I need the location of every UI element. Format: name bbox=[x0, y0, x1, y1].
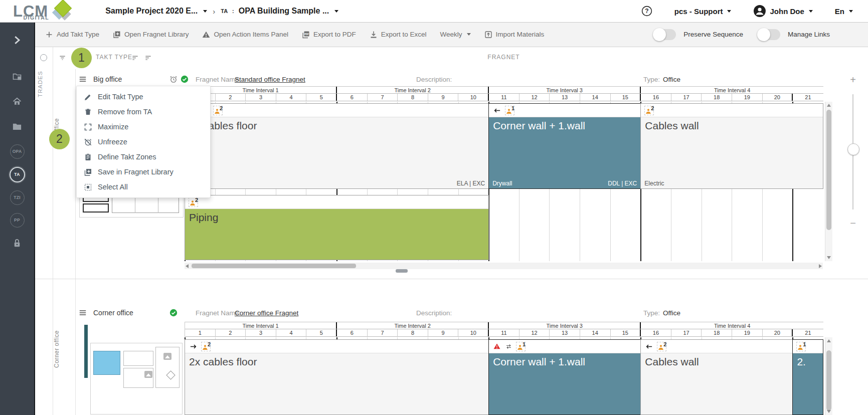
chevron-down-icon bbox=[727, 10, 731, 13]
sidebar-item-opa[interactable]: OPA bbox=[0, 142, 34, 160]
circle-badge-icon: TZI bbox=[10, 190, 25, 205]
day-cell: 8 bbox=[398, 329, 428, 336]
zoom-in-button[interactable]: + bbox=[848, 74, 858, 86]
toolbar-button-open-fragnet-library[interactable]: Open Fragnet Library bbox=[113, 31, 189, 39]
sidebar-item-documents[interactable] bbox=[0, 117, 34, 135]
lcm-logo[interactable]: LCM DIGITAL bbox=[13, 1, 74, 22]
sidebar-item-home[interactable] bbox=[0, 92, 34, 110]
takt-card-header: 2 bbox=[641, 104, 823, 117]
menu-item-select-all[interactable]: Select All bbox=[77, 179, 210, 194]
floor-plan-thumbnail[interactable] bbox=[84, 325, 183, 414]
takt-card-title: Corner wall + 1.wall bbox=[489, 117, 640, 134]
takt-card-2x-cables-floor[interactable]: 22x cables floorELA | EXC bbox=[185, 103, 489, 189]
scroll-thumb[interactable] bbox=[826, 110, 831, 230]
menu-item-remove-from-ta[interactable]: Remove from TA bbox=[77, 104, 210, 119]
clipboard-icon bbox=[84, 153, 92, 161]
takt-card-2x-cables-floor[interactable]: 22x cables floor bbox=[185, 339, 489, 415]
fragnet-name-link[interactable]: Corner office Fragnet bbox=[235, 307, 298, 319]
plus-icon bbox=[45, 31, 53, 39]
unfreeze-icon bbox=[84, 138, 92, 146]
takt-card-2[interactable]: 12. bbox=[792, 339, 823, 415]
scroll-left-arrow[interactable] bbox=[186, 264, 189, 268]
crew-count-badge: 2 bbox=[202, 343, 210, 350]
takt-card-corner-wall-1-wall[interactable]: 1Corner wall + 1.wall bbox=[488, 339, 641, 415]
scroll-right-arrow[interactable] bbox=[819, 264, 822, 268]
day-cell: 1 bbox=[185, 329, 216, 336]
user-menu[interactable]: John Doe bbox=[753, 5, 812, 18]
sort-icon[interactable] bbox=[144, 54, 152, 62]
menu-item-label: Maximize bbox=[98, 123, 128, 131]
trash-icon bbox=[84, 108, 92, 116]
day-cell: 21 bbox=[793, 329, 823, 336]
takt-menu-button[interactable] bbox=[79, 73, 89, 85]
card-trade-label: Electric bbox=[644, 180, 664, 187]
breadcrumb: Sample Project 2020 E... › TA : OPA Buil… bbox=[105, 7, 338, 16]
scroll-down-arrow[interactable] bbox=[827, 410, 831, 413]
vertical-scrollbar[interactable] bbox=[825, 102, 832, 261]
day-cell: 10 bbox=[458, 94, 489, 101]
app-header: LCM DIGITAL Sample Project 2020 E... › T… bbox=[0, 0, 868, 23]
toolbar-button-export-to-pdf[interactable]: PDFExport to PDF bbox=[302, 31, 356, 39]
chevron-down-icon[interactable] bbox=[203, 10, 207, 13]
menu-item-maximize[interactable]: Maximize bbox=[77, 119, 210, 134]
toolbar-button-weekly[interactable]: Weekly bbox=[440, 31, 471, 38]
menu-item-define-takt-zones[interactable]: Define Takt Zones bbox=[77, 149, 210, 164]
manage-links-toggle[interactable] bbox=[758, 29, 780, 40]
horizontal-scrollbar[interactable] bbox=[185, 263, 823, 269]
scroll-thumb[interactable] bbox=[826, 350, 831, 410]
menu-item-save-in-fragnet-library[interactable]: Save in Fragnet Library bbox=[77, 164, 210, 179]
type-label: Type: bbox=[643, 307, 660, 319]
scroll-up-arrow[interactable] bbox=[827, 339, 831, 342]
support-label: pcs - Support bbox=[674, 7, 723, 16]
toolbar-button-import-materials[interactable]: Import Materials bbox=[484, 31, 545, 39]
takt-menu-button[interactable] bbox=[79, 307, 89, 319]
toolbar-button-export-to-excel[interactable]: Export to Excel bbox=[370, 31, 427, 39]
language-dropdown[interactable]: En bbox=[835, 7, 853, 16]
crew-count-badge: 2 bbox=[190, 198, 197, 206]
ta-dropdown[interactable]: OPA Building Sample ... bbox=[239, 7, 329, 16]
filter-icon[interactable] bbox=[59, 54, 66, 62]
day-cell: 3 bbox=[246, 329, 276, 336]
preserve-sequence-toggle[interactable] bbox=[654, 29, 676, 40]
takt-card-title: 2x cables floor bbox=[185, 353, 488, 370]
toolbar-toggles: Preserve SequenceManage Links bbox=[654, 29, 830, 40]
day-cell: 2 bbox=[216, 94, 246, 101]
sidebar-item-tzi[interactable]: TZI bbox=[0, 188, 34, 206]
sidebar-item-pp[interactable]: PP bbox=[0, 211, 34, 229]
chevron-down-icon[interactable] bbox=[334, 10, 338, 13]
fragnet-name-label: Fragnet Name: bbox=[196, 73, 241, 85]
section-splitter-handle[interactable] bbox=[396, 269, 408, 273]
takt-card-cables-wall[interactable]: 2Cables wall bbox=[640, 339, 793, 415]
support-dropdown[interactable]: pcs - Support bbox=[674, 7, 732, 16]
section-divider bbox=[35, 279, 868, 279]
header-right: ? pcs - Support John Doe En bbox=[641, 5, 853, 18]
sidebar-item-expand[interactable] bbox=[0, 31, 34, 49]
zoom-slider-handle[interactable] bbox=[847, 143, 859, 155]
sort-icon[interactable] bbox=[131, 54, 139, 62]
sidebar-item-lock[interactable] bbox=[0, 234, 34, 252]
zoom-out-button[interactable]: − bbox=[848, 218, 858, 229]
warning-triangle-icon bbox=[202, 31, 210, 39]
vertical-scrollbar[interactable] bbox=[825, 337, 832, 415]
sidebar-item-ta[interactable]: TA bbox=[0, 165, 34, 183]
takt-type-name: Big office bbox=[93, 73, 122, 85]
sidebar-item-projects[interactable] bbox=[0, 67, 34, 85]
menu-item-edit-takt-type[interactable]: Edit Takt Type bbox=[77, 89, 210, 104]
takt-card-piping[interactable]: 2Piping bbox=[185, 195, 489, 260]
takt-card-cables-wall[interactable]: 2Cables wallElectric bbox=[640, 103, 823, 189]
toolbar-button-open-action-items-panel[interactable]: Open Action Items Panel bbox=[202, 31, 288, 39]
crew-count-badge: 2 bbox=[214, 107, 222, 114]
scroll-up-arrow[interactable] bbox=[827, 104, 831, 107]
select-all-icon bbox=[84, 183, 92, 191]
scroll-down-arrow[interactable] bbox=[827, 256, 831, 259]
menu-item-unfreeze[interactable]: Unfreeze bbox=[77, 134, 210, 149]
day-cell: 12 bbox=[519, 94, 550, 101]
help-icon[interactable]: ? bbox=[641, 6, 652, 17]
toolbar-button-add-takt-type[interactable]: Add Takt Type bbox=[45, 31, 99, 39]
project-dropdown[interactable]: Sample Project 2020 E... bbox=[105, 7, 198, 16]
folder-icon bbox=[12, 121, 22, 131]
fragnet-name-link[interactable]: Standard office Fragnet bbox=[235, 73, 305, 85]
scroll-thumb[interactable] bbox=[192, 264, 356, 268]
day-cell: 20 bbox=[763, 329, 793, 336]
takt-card-corner-wall-1-wall[interactable]: 1Corner wall + 1.wallDrywallDDL | EXC bbox=[488, 103, 641, 189]
